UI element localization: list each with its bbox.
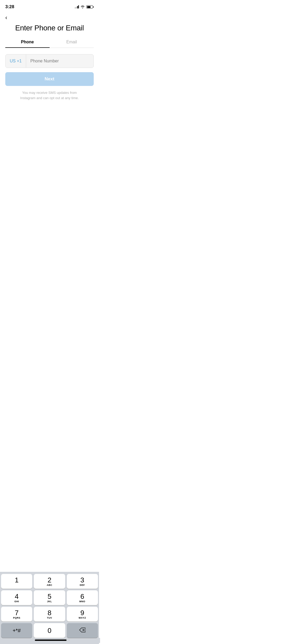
battery-icon bbox=[86, 5, 94, 8]
page-title: Enter Phone or Email bbox=[5, 24, 94, 32]
sms-notice: You may receive SMS updates from Instagr… bbox=[5, 90, 94, 100]
tabs-container: Phone Email bbox=[5, 40, 94, 48]
status-icons bbox=[75, 5, 94, 8]
back-chevron-icon: ‹ bbox=[5, 14, 7, 21]
wifi-icon bbox=[81, 5, 85, 8]
phone-input-row: US +1 bbox=[5, 54, 94, 68]
back-button[interactable]: ‹ bbox=[0, 12, 99, 24]
country-code-selector[interactable]: US +1 bbox=[6, 54, 26, 68]
next-button[interactable]: Next bbox=[5, 72, 94, 86]
phone-number-input[interactable] bbox=[26, 59, 93, 63]
tab-email[interactable]: Email bbox=[50, 40, 94, 48]
status-bar: 3:28 bbox=[0, 0, 99, 12]
status-time: 3:28 bbox=[5, 4, 14, 10]
main-content: Enter Phone or Email Phone Email US +1 N… bbox=[0, 24, 99, 100]
signal-icon bbox=[75, 5, 79, 8]
tab-phone[interactable]: Phone bbox=[5, 40, 50, 48]
